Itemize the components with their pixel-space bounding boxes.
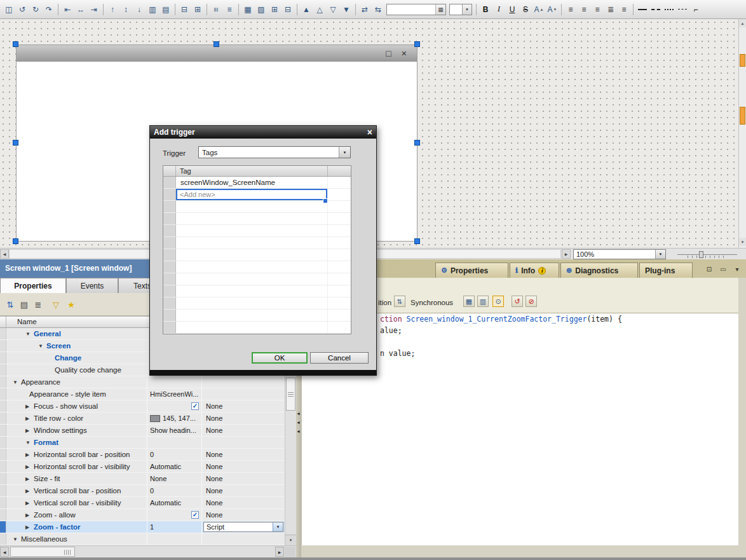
property-value-cell[interactable]: 145, 147... <box>147 413 202 424</box>
property-value-cell[interactable] <box>147 533 202 545</box>
tag-cell[interactable] <box>176 261 328 273</box>
property-dynamization-cell[interactable]: None <box>202 449 285 460</box>
align-top-icon[interactable]: ↑ <box>106 3 119 17</box>
property-row-horizontal-scroll-bar-position[interactable]: ▶Horizontal scroll bar - position0None <box>0 449 285 461</box>
tag-cell[interactable] <box>176 310 328 321</box>
table-row-empty[interactable] <box>163 261 351 273</box>
filter-icon[interactable]: ▽ <box>50 298 62 311</box>
tag-cell[interactable] <box>176 273 328 285</box>
tab-order-icon[interactable]: ⇄ <box>358 3 371 17</box>
align-middle-icon[interactable]: ↕ <box>119 3 132 17</box>
rotate-right-icon[interactable]: ↻ <box>29 3 42 17</box>
scrollbar-marker-orange[interactable] <box>740 54 745 67</box>
table-edit-icon[interactable]: ▦ <box>463 296 475 307</box>
panel-menu-icon[interactable]: ▾ <box>732 264 742 274</box>
property-value-cell[interactable]: 1 <box>147 521 202 533</box>
italic-button[interactable]: I <box>492 3 505 17</box>
zoom-combobox[interactable]: 100% ▼ <box>573 249 666 259</box>
bring-to-front-icon[interactable]: ▲ <box>300 3 313 17</box>
property-value-cell[interactable]: ✓ <box>147 400 202 412</box>
property-value-cell[interactable]: Automatic <box>147 461 202 472</box>
scroll-down-icon[interactable]: ▼ <box>285 535 296 545</box>
tab-sequence-icon[interactable]: ⇆ <box>372 3 384 17</box>
rotate-left-icon[interactable]: ↺ <box>16 3 29 17</box>
corner-style-button[interactable]: ⌐ <box>689 3 702 17</box>
add-to-group-icon[interactable]: ⊞ <box>268 3 281 17</box>
refresh-red-icon[interactable]: ↺ <box>512 296 523 307</box>
tag-cell[interactable] <box>176 297 328 309</box>
expand-icon[interactable]: ▶ <box>25 476 34 482</box>
property-row-appearance[interactable]: ▼Appearance <box>0 376 285 388</box>
text-list-icon[interactable]: ▦ <box>435 4 445 15</box>
splitter-collapse-icon[interactable]: ◄ <box>296 420 301 425</box>
bold-button[interactable]: B <box>479 3 492 17</box>
rotate-180-icon[interactable]: ↷ <box>43 3 55 17</box>
scroll-left-icon[interactable]: ◀ <box>0 547 9 557</box>
color-swatch[interactable] <box>150 415 160 422</box>
tag-cell[interactable]: screenWindow_ScreenName <box>176 177 328 188</box>
property-dynamization-cell[interactable] <box>202 437 285 448</box>
property-row-focus-show-visual[interactable]: ▶Focus - show visual✓None <box>0 400 285 413</box>
collapse-icon[interactable]: ▼ <box>25 331 34 337</box>
scroll-up-icon[interactable]: ▲ <box>739 19 746 27</box>
inspector-tab-diagnostics[interactable]: ⊕Diagnostics <box>560 263 638 278</box>
align-left-icon[interactable]: ⇤ <box>61 3 74 17</box>
text-align-right-icon[interactable]: ≡ <box>591 3 604 17</box>
sort-icon[interactable]: ⇅ <box>4 298 17 311</box>
font-name-input[interactable] <box>387 5 435 14</box>
table-row-empty[interactable] <box>163 213 351 225</box>
catalog-icon[interactable]: ▤ <box>18 298 31 311</box>
bring-forward-icon[interactable]: △ <box>313 3 326 17</box>
property-dynamization-cell[interactable]: None <box>202 473 285 484</box>
property-dynamization-cell[interactable] <box>202 388 285 400</box>
property-value-cell[interactable]: None <box>147 473 202 484</box>
property-value-cell[interactable]: Show headin... <box>147 425 202 436</box>
property-dynamization-cell[interactable]: Script▼ <box>202 521 285 533</box>
table-row-empty[interactable] <box>163 322 351 334</box>
same-height-icon[interactable]: ⊞ <box>191 3 204 17</box>
dialog-titlebar[interactable]: Add trigger × <box>150 126 376 139</box>
checkbox-checked-icon[interactable]: ✓ <box>191 511 199 519</box>
scroll-down-icon[interactable]: ▼ <box>739 238 746 246</box>
send-to-back-icon[interactable]: ▼ <box>340 3 353 17</box>
distribute-vertically-icon[interactable]: ≡ <box>223 3 236 17</box>
property-dynamization-cell[interactable] <box>202 533 285 545</box>
property-value-cell[interactable]: HmiScreenWi... <box>147 388 202 400</box>
inspector-tab-properties[interactable]: ⚙Properties <box>435 263 508 278</box>
inspector-tab-plug-ins[interactable]: Plug-ins <box>639 263 693 278</box>
property-row-title-row-color[interactable]: ▶Title row - color145, 147...None <box>0 413 285 425</box>
timer-icon[interactable]: ⊙ <box>492 296 504 307</box>
float-panel-icon[interactable]: ⊡ <box>704 264 714 274</box>
chevron-down-icon[interactable]: ▼ <box>273 522 283 531</box>
distribute-horizontally-icon[interactable]: ≡ <box>210 3 222 17</box>
center-vertically-icon[interactable]: ▤ <box>159 3 172 17</box>
page-copy-icon[interactable]: ◫ <box>3 3 15 17</box>
tag-cell[interactable] <box>176 285 328 297</box>
selection-handle-middle-right[interactable] <box>414 140 420 146</box>
selection-handle-bottom-left[interactable] <box>13 238 18 244</box>
tag-cell[interactable] <box>176 322 328 333</box>
collapse-icon[interactable]: ▼ <box>13 536 21 542</box>
property-dynamization-cell[interactable]: None <box>202 400 285 412</box>
property-row-vertical-scroll-bar-visibility[interactable]: ▶Vertical scroll bar - visibilityAutomat… <box>0 497 285 509</box>
collapse-icon[interactable]: ▼ <box>25 440 34 446</box>
tag-cell[interactable] <box>176 213 328 224</box>
cancel-button[interactable]: Cancel <box>310 352 369 364</box>
text-align-left-icon[interactable]: ≡ <box>564 3 577 17</box>
remove-from-group-icon[interactable]: ⊟ <box>281 3 294 17</box>
increase-font-size-button[interactable]: A▲ <box>532 3 545 17</box>
table-row-empty[interactable] <box>163 225 351 237</box>
splitter-collapse-icon[interactable]: ◄ <box>296 411 301 416</box>
property-dynamization-cell[interactable]: None <box>202 497 285 509</box>
collapse-icon[interactable]: ▼ <box>13 379 21 385</box>
add-new-input[interactable] <box>176 189 327 200</box>
table-row-empty[interactable] <box>163 297 351 310</box>
fill-handle[interactable] <box>323 198 328 203</box>
sort-order-icon[interactable]: ⇅ <box>394 296 405 307</box>
expand-icon[interactable]: ▶ <box>25 524 34 530</box>
expand-icon[interactable]: ▶ <box>25 416 34 421</box>
property-dynamization-cell[interactable]: None <box>202 485 285 496</box>
dynamization-combobox[interactable]: Script▼ <box>203 522 283 532</box>
tab-properties[interactable]: Properties <box>0 278 66 293</box>
selection-handle-bottom-right[interactable] <box>414 238 420 244</box>
